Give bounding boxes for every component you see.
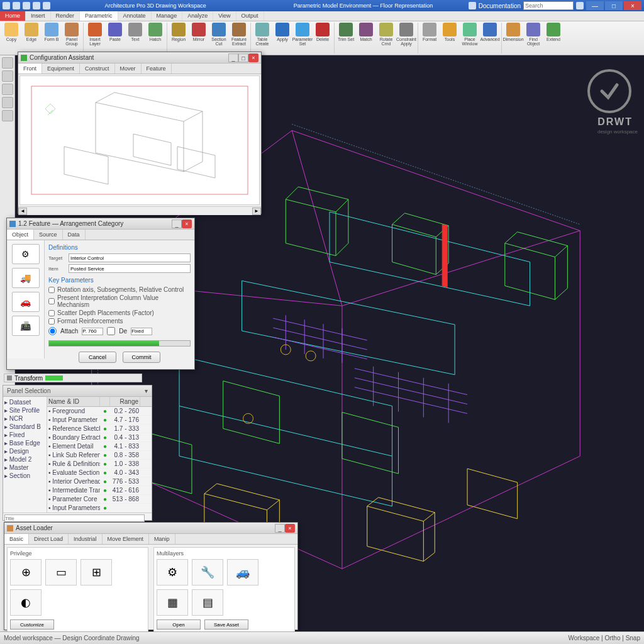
target-input[interactable] <box>69 253 191 262</box>
ribbon-format[interactable]: Format <box>419 23 440 53</box>
ribbon-feature-extract[interactable]: Feature Extract <box>229 23 249 53</box>
close-icon[interactable]: × <box>182 219 192 228</box>
scroll-right-icon[interactable]: ► <box>252 208 261 215</box>
ribbon-extend[interactable]: Extend <box>543 23 564 53</box>
open-button[interactable]: Open <box>157 619 201 630</box>
asset-tile[interactable]: ⊕ <box>10 559 42 586</box>
panel-menu-icon[interactable]: ▾ <box>145 387 148 394</box>
list-row[interactable]: ▪ Reference Sketch●1.7 - 333 <box>47 425 152 433</box>
cancel-button[interactable]: Cancel <box>79 352 116 363</box>
asset-tile[interactable]: ⚙ <box>157 559 188 586</box>
tab-front[interactable]: Front <box>18 64 42 74</box>
save-asset-button[interactable]: Save Asset <box>204 619 248 630</box>
ribbon-dimension[interactable]: Dimension <box>503 23 523 53</box>
tree-item[interactable]: ▸ NCR <box>4 414 45 423</box>
chk-format[interactable] <box>48 318 55 325</box>
chk-interpretation[interactable] <box>48 298 55 304</box>
list-row[interactable]: ▪ Input Parameters● <box>47 504 152 513</box>
tree-item[interactable]: ▸ Standard B <box>4 423 45 431</box>
qat-icon[interactable] <box>23 2 30 9</box>
close-button[interactable]: × <box>624 1 641 10</box>
preview-scrollbar[interactable]: ◄ ► <box>18 206 261 215</box>
tab-data[interactable]: Data <box>63 230 86 240</box>
tab-parametric[interactable]: Parametric <box>80 11 118 21</box>
ribbon-find-object[interactable]: Find Object <box>523 23 543 53</box>
title-input[interactable] <box>4 514 145 522</box>
tab-manage[interactable]: Manage <box>152 11 183 21</box>
de-value[interactable] <box>131 328 152 335</box>
minimize-icon[interactable]: _ <box>228 53 238 62</box>
thumb-truck[interactable]: 🚚 <box>12 268 40 288</box>
search-input[interactable] <box>523 1 574 10</box>
ribbon-table-create[interactable]: Table Create <box>252 23 272 53</box>
ribbon-delete[interactable]: Delete <box>313 23 333 53</box>
tab-home[interactable]: Home <box>0 11 26 21</box>
tab-mover[interactable]: Mover <box>115 64 142 74</box>
ribbon-place-window[interactable]: Place Window <box>460 23 480 53</box>
ribbon-section-cut[interactable]: Section Cut <box>209 23 229 53</box>
qat-icon[interactable] <box>33 2 40 9</box>
tab-analyze[interactable]: Analyze <box>182 11 213 21</box>
dropdown-icon[interactable] <box>576 2 584 9</box>
ribbon-edge[interactable]: Edge <box>21 23 42 53</box>
tab-basic[interactable]: Basic <box>4 534 29 544</box>
tool-icon[interactable] <box>2 97 13 108</box>
tree-item[interactable]: ▸ Model 2 <box>4 455 45 464</box>
ribbon-insert-layer[interactable]: Insert Layer <box>85 23 105 53</box>
tab-output[interactable]: Output <box>236 11 264 21</box>
tab-annotate[interactable]: Annotate <box>118 11 152 21</box>
ribbon-tools[interactable]: Tools <box>440 23 460 53</box>
list-row[interactable]: ▪ Intermediate Transform●412 - 616 <box>47 486 152 495</box>
col-range[interactable]: Range <box>110 397 140 406</box>
commit-button[interactable]: Commit <box>123 352 160 363</box>
tab-render[interactable]: Render <box>51 11 80 21</box>
tab-manip[interactable]: Manip <box>149 534 175 544</box>
tool-icon[interactable] <box>2 70 13 82</box>
asset-tile[interactable]: 🔧 <box>192 559 223 586</box>
help-icon[interactable] <box>469 2 476 9</box>
ribbon-advanced[interactable]: Advanced <box>480 23 500 53</box>
chk-scatter[interactable] <box>48 310 55 316</box>
list-row[interactable]: ▪ Link Sub Reference●0.8 - 358 <box>47 451 152 460</box>
item-input[interactable] <box>69 264 191 273</box>
tab-source[interactable]: Source <box>34 230 63 240</box>
tab-view[interactable]: View <box>213 11 236 21</box>
list-row[interactable]: ▪ Foreground●0.2 - 260 <box>47 407 152 416</box>
tab-object[interactable]: Object <box>7 230 34 240</box>
tree-item[interactable]: ▸ Base Edge <box>4 439 45 447</box>
tab-feature[interactable]: Feature <box>142 64 172 74</box>
tool-icon[interactable] <box>2 84 13 95</box>
asset-tile[interactable]: 🚙 <box>227 559 258 586</box>
tree-item[interactable]: ▸ Master <box>4 464 45 472</box>
ribbon-apply[interactable]: Apply <box>272 23 292 53</box>
ribbon-region[interactable]: Region <box>169 23 189 53</box>
asset-tile[interactable]: ⊞ <box>80 559 112 586</box>
tree-item[interactable]: ▸ Section <box>4 472 45 480</box>
list-row[interactable]: ▪ Interior Overhead Form●776 - 533 <box>47 477 152 486</box>
ribbon-match[interactable]: Match <box>356 23 376 53</box>
minimize-icon[interactable]: _ <box>172 219 182 228</box>
ribbon-constraint-apply[interactable]: Constraint Apply <box>396 23 416 53</box>
tab-equipment[interactable]: Equipment <box>42 64 80 74</box>
list-row[interactable]: ▪ Rule & Definitions●1.0 - 338 <box>47 460 152 469</box>
tab-move[interactable]: Move Element <box>103 534 150 544</box>
asset-tile[interactable]: ▦ <box>157 589 188 616</box>
close-icon[interactable]: × <box>248 53 258 62</box>
customize-button[interactable]: Customize <box>10 619 54 630</box>
attach-value[interactable] <box>82 328 103 335</box>
tree-item[interactable]: ▸ Site Profile <box>4 406 45 414</box>
thumb-car[interactable]: 🚗 <box>12 292 40 312</box>
minimize-icon[interactable]: _ <box>275 524 285 533</box>
list-row[interactable]: ▪ Parameter Core●513 - 868 <box>47 495 152 504</box>
radio-attach[interactable] <box>48 327 57 335</box>
tree-item[interactable]: ▸ Design <box>4 447 45 455</box>
ribbon-form-b[interactable]: Form B <box>42 23 62 53</box>
asset-tile[interactable]: ▭ <box>45 559 77 586</box>
qat-icon[interactable] <box>43 2 50 9</box>
ribbon-text[interactable]: Text <box>125 23 145 53</box>
handle-icon[interactable] <box>7 375 12 380</box>
tool-icon[interactable] <box>2 110 13 121</box>
maximize-button[interactable]: □ <box>605 1 623 10</box>
tree-item[interactable]: ▸ Fixed <box>4 431 45 439</box>
ribbon-copy[interactable]: Copy <box>1 23 21 53</box>
